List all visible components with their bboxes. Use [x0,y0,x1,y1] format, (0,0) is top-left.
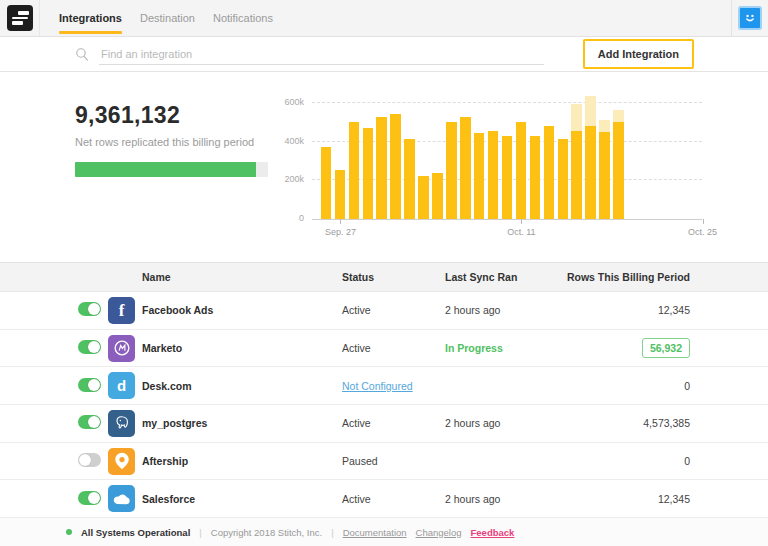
top-nav: IntegrationsDestinationNotifications [0,0,768,37]
y-axis-label: 600k [270,97,304,107]
status-cell: Active [342,417,445,429]
y-axis-label: 0 [270,213,304,223]
last-sync-cell: 2 hours ago [445,493,550,505]
integration-toggle[interactable] [78,340,101,354]
integrations-table: fFacebook AdsActive2 hours ago12,345Mark… [0,292,768,518]
chart-bar [558,139,569,219]
billing-summary: 9,361,132 Net rows replicated this billi… [75,72,268,262]
active-tab-underline [59,31,122,34]
rows-cell: 12,345 [550,304,690,316]
gridline-600k [312,102,702,103]
documentation-link[interactable]: Documentation [343,527,407,538]
replication-chart: 0200k400k600kSep. 27Oct. 11Oct. 25 [268,72,768,262]
integration-toggle[interactable] [78,453,101,467]
chart-bar [446,122,457,219]
chart-bar [502,136,513,219]
column-name: Name [142,271,342,283]
column-rows: Rows This Billing Period [550,271,690,283]
y-axis-label: 400k [270,136,304,146]
integration-name[interactable]: Desk.com [142,380,342,392]
postgres-icon[interactable] [108,410,135,437]
chart-bar-projection [571,104,582,131]
app-window: IntegrationsDestinationNotifications Add… [0,0,768,546]
metrics-section: 9,361,132 Net rows replicated this billi… [0,72,768,262]
integration-name[interactable]: Facebook Ads [142,304,342,316]
chart-bar [390,114,401,219]
chart-bar [404,139,415,219]
x-axis-label: Oct. 25 [688,227,717,237]
stitch-logo[interactable] [0,0,40,36]
rows-cell: 0 [550,455,690,467]
chart-bar-projection [599,120,610,132]
facebook-icon[interactable]: f [108,297,135,324]
integration-name[interactable]: Aftership [142,455,342,467]
integration-name[interactable]: Salesforce [142,493,342,505]
last-sync-cell: 2 hours ago [445,417,550,429]
integration-name[interactable]: my_postgres [142,417,342,429]
chart-bar [460,117,471,219]
tab-notifications[interactable]: Notifications [204,0,282,36]
chart-bar [544,126,555,219]
status-cell: Active [342,493,445,505]
billing-progress-bar [75,162,268,177]
chart-plot-area: 0200k400k600kSep. 27Oct. 11Oct. 25 [312,90,702,220]
integration-toggle[interactable] [78,378,101,392]
footer: All Systems Operational | Copyright 2018… [0,518,768,546]
last-sync-cell: 2 hours ago [445,304,550,316]
search-input[interactable] [99,44,544,65]
nav-tabs: IntegrationsDestinationNotifications [50,0,282,36]
integration-toggle[interactable] [78,491,101,505]
table-row: my_postgresActive2 hours ago4,573,385 [0,405,768,443]
chart-bar [474,133,485,219]
x-axis-label: Sep. 27 [325,227,356,237]
add-integration-button[interactable]: Add Integration [583,39,694,69]
salesforce-icon[interactable] [108,485,135,512]
x-axis-tick [703,219,704,224]
chart-bar [349,122,360,219]
chart-bar [363,128,374,219]
status-cell: Paused [342,455,445,467]
chart-bar [571,131,582,219]
aftership-icon[interactable] [108,448,135,475]
integration-toggle[interactable] [78,415,101,429]
net-rows-value: 9,361,132 [75,102,268,129]
x-axis-tick [340,219,341,224]
table-row: AftershipPaused0 [0,443,768,481]
chart-bar-projection [613,110,624,122]
chart-bar [335,170,346,219]
x-axis-tick [521,219,522,224]
feedback-link[interactable]: Feedback [471,527,515,538]
marketo-icon[interactable] [108,335,135,362]
chart-bar [516,122,527,219]
integration-toggle[interactable] [78,302,101,316]
rows-cell: 56,932 [550,338,690,358]
search-icon [75,47,90,62]
desk-icon[interactable]: d [108,372,135,399]
x-axis-label: Oct. 11 [507,227,535,237]
chart-bar [488,131,499,219]
smiley-icon [743,11,757,25]
table-row: fFacebook AdsActive2 hours ago12,345 [0,292,768,330]
copyright: Copyright 2018 Stitch, Inc. [211,527,322,538]
integration-name[interactable]: Marketo [142,342,342,354]
tab-integrations[interactable]: Integrations [50,0,131,36]
changelog-link[interactable]: Changelog [416,527,462,538]
chart-bar [599,132,610,219]
nav-chat-area [731,0,768,36]
rows-cell: 4,573,385 [550,417,690,429]
status-cell: Active [342,304,445,316]
tab-destination[interactable]: Destination [131,0,204,36]
table-row: SalesforceActive2 hours ago12,345 [0,480,768,518]
rows-highlight-badge: 56,932 [642,338,690,358]
table-row: dDesk.comNot Configured0 [0,367,768,405]
chart-bar [418,176,429,219]
system-status: All Systems Operational [81,527,190,538]
rows-cell: 0 [550,380,690,392]
chart-bar [376,117,387,219]
chart-bar [585,126,596,219]
chart-bar [613,122,624,219]
net-rows-caption: Net rows replicated this billing period [75,136,268,148]
not-configured-link[interactable]: Not Configured [342,380,413,392]
chat-widget-button[interactable] [738,6,762,30]
stitch-logo-badge [7,5,33,31]
